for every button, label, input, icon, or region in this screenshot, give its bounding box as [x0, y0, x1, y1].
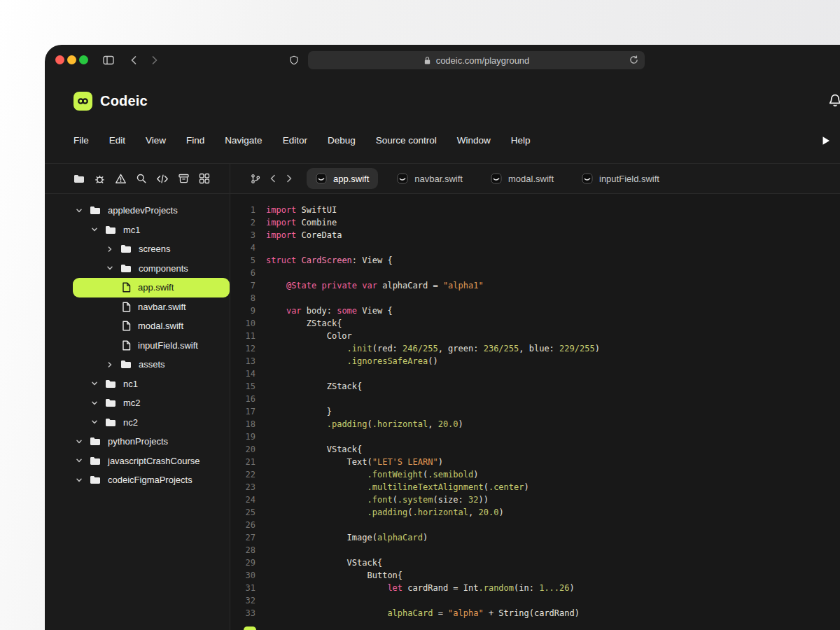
menu-bar: FileEditViewFindNavigateEditorDebugSourc… [45, 126, 840, 163]
code-icon[interactable] [156, 174, 169, 184]
chevron-down-icon[interactable] [91, 419, 98, 426]
warning-icon[interactable] [115, 173, 127, 185]
url-text: codeic.com/playground [436, 55, 530, 66]
tab-app-swift[interactable]: app.swift [307, 168, 378, 189]
chevron-down-icon[interactable] [76, 477, 83, 484]
branch-icon[interactable] [250, 173, 261, 185]
tree-item-inputfield-swift[interactable]: inputField.swift [45, 336, 230, 356]
line-number: 25 [230, 506, 255, 519]
address-bar[interactable]: codeic.com/playground [308, 51, 645, 69]
close-window-button[interactable] [55, 55, 64, 64]
line-number: 6 [230, 267, 255, 279]
file-explorer: appledevProjectsmc1screenscomponentsapp.… [45, 194, 230, 630]
tree-item-mc1[interactable]: mc1 [45, 220, 230, 240]
folder-icon [105, 398, 116, 407]
file-icon [122, 302, 131, 312]
browser-window: codeic.com/playground Codeic FileEditVie… [45, 45, 840, 630]
chevron-down-icon[interactable] [91, 400, 98, 407]
chevron-down-icon[interactable] [91, 380, 98, 387]
tree-item-label: javascriptCrashCourse [108, 456, 200, 466]
code-line: 21 Text("LET'S LEARN") [230, 456, 840, 468]
line-number: 29 [230, 556, 255, 569]
debug-icon[interactable] [94, 173, 106, 185]
tab-modal-swift[interactable]: modal.swift [482, 168, 563, 189]
menu-item-debug[interactable]: Debug [328, 135, 356, 146]
tree-item-pythonprojects[interactable]: pythonProjects [45, 432, 230, 451]
tree-item-label: screens [139, 244, 171, 254]
menu-item-navigate[interactable]: Navigate [225, 135, 262, 146]
code-editor[interactable]: 1import SwiftUI2import Combine3import Co… [230, 194, 840, 630]
code-line: 10 ZStack{ [230, 317, 840, 330]
tab-navbar-swift[interactable]: navbar.swift [388, 168, 472, 189]
tree-item-modal-swift[interactable]: modal.swift [45, 316, 230, 336]
tree-item-components[interactable]: components [45, 259, 230, 279]
line-number: 8 [230, 292, 255, 304]
line-number: 10 [230, 317, 255, 330]
menu-item-edit[interactable]: Edit [109, 135, 125, 146]
chevron-down-icon[interactable] [76, 207, 83, 214]
minimize-window-button[interactable] [67, 55, 76, 64]
refresh-icon[interactable] [629, 55, 639, 65]
chevron-right-icon[interactable] [106, 361, 113, 368]
menu-item-view[interactable]: View [146, 135, 166, 146]
tree-item-mc2[interactable]: mc2 [45, 393, 230, 413]
tree-item-label: inputField.swift [138, 340, 198, 351]
tab-back-icon[interactable] [269, 174, 277, 183]
folder-icon [90, 437, 101, 446]
tree-item-label: nc2 [123, 417, 138, 428]
notifications-bell-icon[interactable] [827, 93, 840, 108]
chevron-down-icon[interactable] [106, 265, 113, 272]
shield-icon[interactable] [289, 55, 299, 66]
tree-item-nc2[interactable]: nc2 [45, 413, 230, 433]
brand-name: Codeic [100, 93, 148, 109]
tree-item-app-swift[interactable]: app.swift [73, 278, 230, 298]
tab-label: modal.swift [508, 174, 554, 184]
code-line: 18 .padding(.horizontal, 20.0) [230, 418, 840, 430]
sidebar-toggle-icon[interactable] [102, 55, 115, 66]
code-line: 4 [230, 241, 840, 254]
line-number: 19 [230, 430, 255, 443]
lock-icon [424, 56, 431, 65]
tree-item-appledevprojects[interactable]: appledevProjects [45, 201, 230, 220]
tree-item-assets[interactable]: assets [45, 355, 230, 374]
tree-item-navbar-swift[interactable]: navbar.swift [45, 298, 230, 317]
chevron-right-icon[interactable] [106, 246, 113, 253]
code-line: 29 VStack{ [230, 556, 840, 569]
folder-icon[interactable] [74, 174, 85, 183]
menu-item-editor[interactable]: Editor [283, 135, 307, 146]
line-number: 17 [230, 405, 255, 418]
chevron-down-icon[interactable] [76, 457, 83, 464]
menu-item-help[interactable]: Help [511, 135, 531, 146]
folder-icon [120, 264, 132, 273]
status-indicator [244, 626, 256, 630]
chevron-down-icon[interactable] [91, 226, 98, 233]
code-line: 6 [230, 267, 840, 279]
zoom-window-button[interactable] [79, 55, 88, 64]
extensions-icon[interactable] [199, 173, 210, 184]
swift-file-icon [316, 173, 327, 184]
back-icon[interactable] [129, 55, 139, 66]
line-number: 4 [230, 241, 255, 254]
tree-item-javascriptcrashcourse[interactable]: javascriptCrashCourse [45, 451, 230, 471]
tree-item-screens[interactable]: screens [45, 239, 230, 259]
search-icon[interactable] [136, 173, 147, 184]
menu-item-file[interactable]: File [74, 135, 89, 146]
run-play-icon[interactable] [822, 136, 830, 146]
line-number: 23 [230, 481, 255, 493]
tab-inputfield-swift[interactable]: inputField.swift [573, 168, 668, 189]
tree-item-nc1[interactable]: nc1 [45, 374, 230, 394]
tab-forward-icon[interactable] [285, 174, 293, 183]
forward-icon[interactable] [150, 55, 160, 66]
menu-item-find[interactable]: Find [186, 135, 204, 146]
menu-item-window[interactable]: Window [457, 135, 491, 146]
tree-item-label: app.swift [138, 282, 174, 293]
folder-icon [120, 244, 132, 253]
archive-icon[interactable] [178, 173, 190, 184]
code-line: 8 [230, 292, 840, 304]
chevron-down-icon[interactable] [76, 438, 83, 445]
code-line: 12 .init(red: 246/255, green: 236/255, b… [230, 342, 840, 355]
tab-strip: app.swiftnavbar.swiftmodal.swiftinputFie… [230, 164, 840, 193]
menu-item-source-control[interactable]: Source control [376, 135, 437, 146]
tree-item-label: mc2 [123, 398, 141, 408]
tree-item-codeicfigmaprojects[interactable]: codeicFigmaProjects [45, 470, 230, 490]
